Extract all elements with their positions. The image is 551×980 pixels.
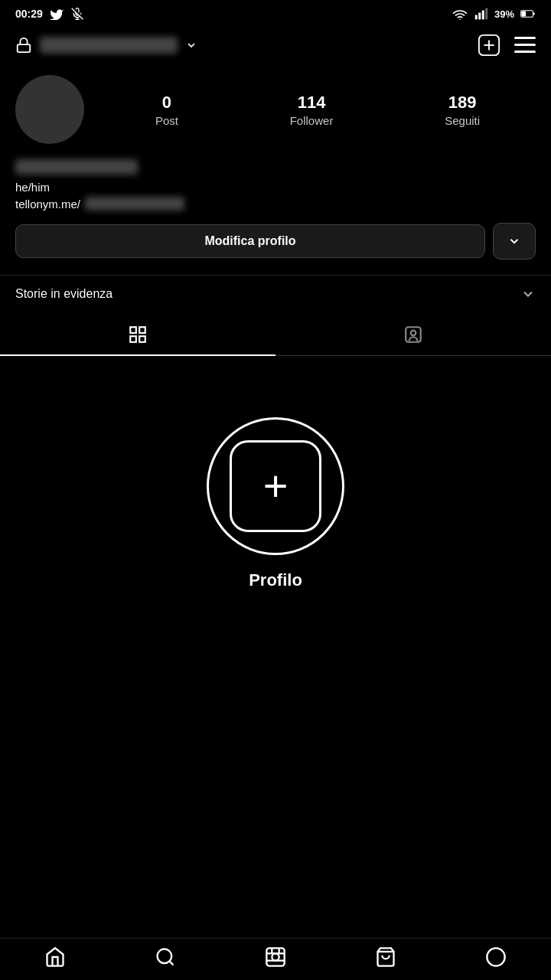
status-left: 00:29 [15,8,84,20]
svg-rect-25 [266,948,284,965]
profile-dropdown-button[interactable] [493,223,536,260]
followers-label: Follower [290,114,334,127]
plus-icon: + [263,465,289,508]
stats-row: 0 Post 114 Follower 189 Seguiti [99,93,536,127]
status-time: 00:29 [15,8,43,20]
bio-link[interactable]: tellonym.me/ [15,197,536,211]
menu-button[interactable] [514,37,536,54]
profile-header: 0 Post 114 Follower 189 Seguiti [0,67,551,159]
edit-profile-button[interactable]: Modifica profilo [15,224,485,258]
svg-rect-19 [130,336,136,342]
grid-icon [128,325,148,345]
profile-circle-icon [485,946,507,968]
status-right: 39% [452,8,536,20]
action-row: Modifica profilo [0,223,551,275]
search-icon [155,946,176,968]
tab-grid[interactable] [0,314,276,355]
svg-point-3 [459,18,461,20]
nav-profile[interactable] [441,946,551,968]
followers-count: 114 [298,93,326,113]
add-content-button[interactable] [478,34,500,57]
stat-followers[interactable]: 114 Follower [290,93,334,127]
svg-line-24 [169,961,173,965]
svg-point-26 [272,953,279,960]
bio-link-prefix: tellonym.me/ [15,198,80,211]
nav-home[interactable] [0,946,110,968]
top-nav [0,26,551,67]
empty-section: + Profilo [0,356,551,621]
person-tag-icon [403,325,423,345]
svg-point-22 [411,331,416,336]
add-post-circle[interactable]: + [207,417,344,555]
tabs-row [0,314,551,356]
stat-posts[interactable]: 0 Post [155,93,178,127]
svg-point-23 [158,949,172,964]
nav-shop[interactable] [331,946,441,968]
svg-rect-7 [485,8,487,20]
shop-icon [375,946,396,968]
following-count: 189 [448,93,477,113]
svg-rect-16 [514,51,536,53]
username-blurred [40,37,178,54]
bottom-nav [0,938,551,980]
bio-pronouns: he/him [15,181,536,194]
svg-rect-20 [139,336,145,342]
lock-icon [15,36,32,54]
svg-rect-17 [130,327,136,333]
wifi-icon [452,8,468,20]
nav-search[interactable] [110,946,220,968]
highlights-row[interactable]: Storie in evidenza [0,275,551,314]
svg-rect-5 [478,13,481,20]
svg-rect-6 [482,11,484,20]
mute-icon [70,8,84,20]
posts-count: 0 [162,93,171,113]
nav-left [15,36,197,54]
add-post-inner: + [230,440,321,532]
bird-icon [49,8,64,20]
following-label: Seguiti [445,114,480,127]
battery-icon [520,8,536,19]
svg-rect-18 [139,327,145,333]
highlights-label: Storie in evidenza [15,287,112,301]
home-icon [44,946,66,968]
username-dropdown-button[interactable] [185,39,197,51]
svg-rect-9 [521,11,526,16]
svg-rect-15 [514,44,536,46]
battery-level: 39% [494,8,514,20]
svg-point-32 [487,948,504,965]
display-name-blurred [15,159,138,175]
svg-rect-10 [18,44,31,52]
nav-right [478,34,536,57]
reels-icon [265,946,286,968]
empty-profile-label: Profilo [249,570,302,590]
bio-link-blurred [85,197,184,211]
nav-reels[interactable] [220,946,331,968]
svg-rect-14 [514,37,536,39]
svg-rect-4 [475,15,478,20]
tab-tagged[interactable] [276,314,551,355]
stat-following[interactable]: 189 Seguiti [445,93,480,127]
bio-section: he/him tellonym.me/ [0,159,551,223]
signal-icon [474,8,488,20]
status-bar: 00:29 39% [0,0,551,26]
posts-label: Post [155,114,178,127]
avatar [15,75,84,144]
highlights-chevron-icon [520,286,536,302]
